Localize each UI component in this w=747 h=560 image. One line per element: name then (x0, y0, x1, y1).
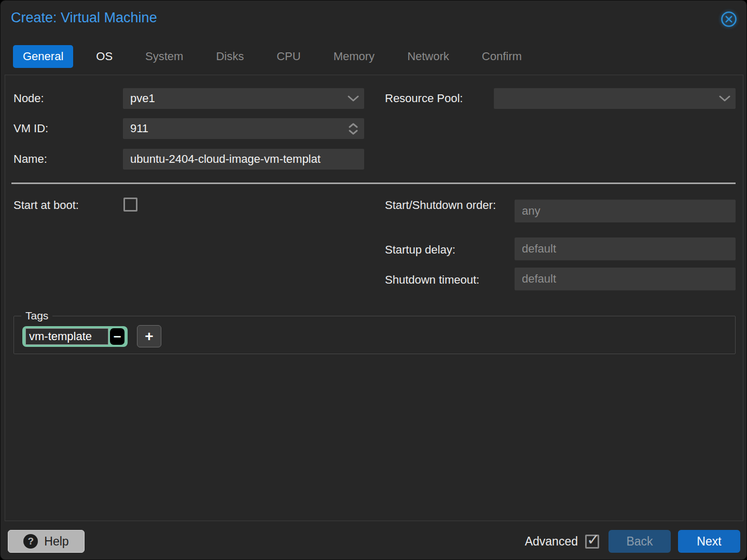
tab-cpu: CPU (267, 45, 310, 68)
help-button[interactable]: ? Help (8, 530, 85, 553)
shutdown-timeout-label: Shutdown timeout: (385, 272, 479, 288)
advanced-checkbox[interactable]: ✓ (585, 535, 599, 549)
name-input[interactable] (123, 149, 364, 170)
vm-id-spinner[interactable] (123, 118, 364, 139)
advanced-label: Advanced (525, 535, 578, 549)
wizard-tabbar: General OS System Disks CPU Memory Netwo… (13, 45, 532, 68)
tab-memory: Memory (324, 45, 384, 68)
tags-row: − + (14, 322, 735, 347)
resource-pool-input[interactable] (494, 88, 736, 109)
help-button-label: Help (44, 535, 68, 549)
vm-id-chevron-up-down-icon[interactable] (342, 118, 364, 139)
section-separator (11, 183, 736, 184)
startup-delay-label: Startup delay: (385, 242, 455, 258)
resource-pool-chevron-down-icon[interactable] (714, 88, 736, 109)
dialog-title: Create: Virtual Machine (11, 10, 157, 26)
startup-order-label: Start/Shutdown order: (385, 198, 504, 213)
next-button[interactable]: Next (678, 530, 740, 553)
node-chevron-down-icon[interactable] (342, 88, 364, 109)
tab-network: Network (397, 45, 459, 68)
tab-os[interactable]: OS (86, 45, 122, 68)
general-form-panel: Node: VM ID: Name: Resource Pool: (5, 75, 743, 521)
start-at-boot-checkbox[interactable] (123, 198, 137, 212)
tags-legend: Tags (21, 310, 52, 322)
resource-pool-combo[interactable] (494, 88, 736, 109)
name-label: Name: (13, 151, 47, 167)
check-icon: ✓ (587, 535, 600, 545)
node-combo[interactable] (123, 88, 364, 109)
footer-actions: Advanced ✓ Back Next (525, 530, 740, 553)
dialog-footer: ? Help Advanced ✓ Back Next (1, 522, 747, 560)
node-label: Node: (13, 91, 44, 106)
back-button[interactable]: Back (608, 530, 671, 553)
create-vm-dialog: Create: Virtual Machine General OS Syste… (0, 0, 747, 560)
startup-delay-input[interactable] (515, 237, 736, 260)
vm-id-label: VM ID: (13, 121, 48, 136)
tag-value-input[interactable] (25, 328, 108, 345)
tab-confirm: Confirm (472, 45, 532, 68)
vm-id-input[interactable] (123, 118, 364, 139)
resource-pool-label: Resource Pool: (385, 91, 463, 106)
close-icon[interactable] (720, 10, 738, 29)
start-at-boot-label: Start at boot: (13, 198, 79, 213)
tags-fieldset: Tags − + (13, 310, 736, 354)
tab-system: System (135, 45, 193, 68)
tag-add-plus-icon[interactable]: + (137, 325, 161, 347)
tab-disks: Disks (206, 45, 254, 68)
tab-general[interactable]: General (13, 45, 73, 68)
question-mark-icon: ? (23, 534, 38, 549)
shutdown-timeout-input[interactable] (515, 268, 736, 290)
node-input[interactable] (123, 88, 364, 109)
startup-order-input[interactable] (515, 200, 736, 222)
tag-remove-minus-icon[interactable]: − (110, 328, 125, 345)
tag-chip: − (22, 326, 128, 347)
